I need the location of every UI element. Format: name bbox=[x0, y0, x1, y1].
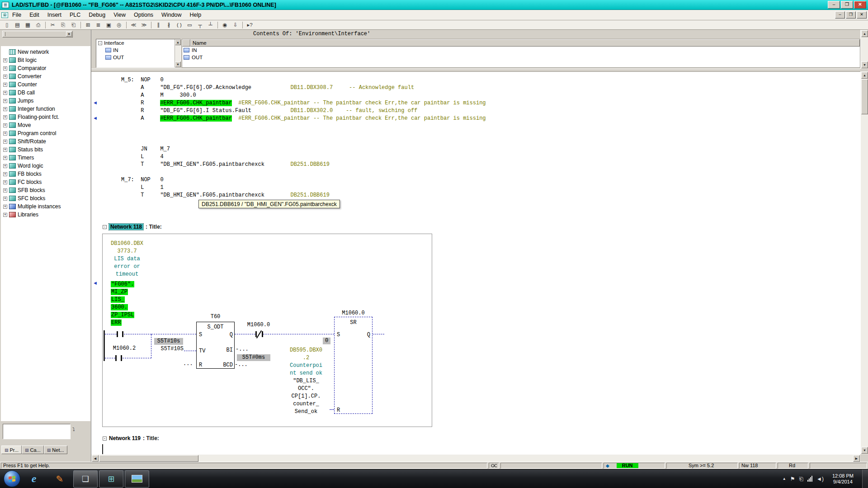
minimize-button[interactable]: – bbox=[828, 1, 840, 9]
expand-icon[interactable]: + bbox=[3, 180, 7, 184]
view-fbd-icon[interactable]: ▣ bbox=[104, 21, 113, 29]
stl-line[interactable]: L 4 bbox=[121, 153, 486, 161]
network-119-header[interactable]: - Network 119 : Title: bbox=[103, 435, 159, 441]
expand-icon[interactable]: + bbox=[3, 156, 7, 160]
sidebar-item-libraries[interactable]: + Libraries bbox=[1, 211, 90, 219]
drag-grip[interactable] bbox=[4, 32, 5, 36]
child-window-icon[interactable]: ⊞ bbox=[1, 12, 8, 18]
zoom-icon[interactable]: ◎ bbox=[114, 21, 124, 29]
sidebar-item-comparator[interactable]: + Comparator bbox=[1, 64, 90, 72]
menu-help[interactable]: Help bbox=[186, 10, 206, 19]
menu-edit[interactable]: Edit bbox=[25, 10, 43, 19]
highlighted-symbol-line[interactable]: ERR bbox=[111, 319, 122, 326]
bcd-parameter[interactable]: -... bbox=[235, 361, 248, 368]
scroll-up-icon[interactable]: ▲ bbox=[861, 72, 868, 79]
expand-icon[interactable]: + bbox=[3, 131, 7, 136]
menu-insert[interactable]: Insert bbox=[43, 10, 66, 19]
menu-debug[interactable]: Debug bbox=[85, 10, 109, 19]
download-icon[interactable]: ⇩ bbox=[231, 21, 240, 29]
collapse-icon[interactable]: - bbox=[98, 41, 102, 45]
code-horizontal-scrollbar[interactable]: ◀ ▶ bbox=[91, 454, 860, 462]
taskbar-ie-button[interactable]: e bbox=[22, 470, 46, 488]
tab-call-structure[interactable]: ▤Ca... bbox=[22, 446, 44, 454]
stl-line[interactable]: A M 300.0 bbox=[121, 92, 486, 99]
sidebar-item-counter[interactable]: + Counter bbox=[1, 80, 90, 89]
scroll-left-icon[interactable]: ◀ bbox=[92, 455, 99, 462]
network-119-title[interactable]: Network 119 bbox=[109, 435, 141, 441]
menu-options[interactable]: Options bbox=[130, 10, 157, 19]
menu-file[interactable]: File bbox=[8, 10, 25, 19]
expand-icon[interactable]: + bbox=[3, 99, 7, 103]
contact-label[interactable]: M1060.2 bbox=[110, 345, 139, 352]
stl-line[interactable]: T "DB_HMI_GEN".FG05.paintbarchexck DB251… bbox=[121, 192, 486, 199]
show-desktop-button[interactable] bbox=[862, 469, 868, 488]
open-icon[interactable]: ▤ bbox=[13, 21, 22, 29]
child-restore-button[interactable]: ❐ bbox=[846, 11, 856, 19]
expand-icon[interactable]: + bbox=[3, 58, 7, 62]
sidebar-item-multiple-instances[interactable]: + Multiple instances bbox=[1, 202, 90, 211]
scroll-right-icon[interactable]: ▶ bbox=[853, 455, 860, 462]
network-title-suffix[interactable]: : Title: bbox=[146, 224, 162, 230]
print-icon[interactable]: ⎙ bbox=[33, 21, 43, 29]
goto-next-icon[interactable]: ≫ bbox=[139, 21, 149, 29]
code-editor[interactable]: M_5: NOP 0 A "DB_FG".FG[6].OP.Acknowledg… bbox=[91, 71, 860, 454]
sidebar-item-status-bits[interactable]: + Status bits bbox=[1, 145, 90, 154]
expand-icon[interactable]: + bbox=[3, 123, 7, 127]
taskbar-clock[interactable]: 12:08 PM 9/4/2014 bbox=[832, 473, 854, 485]
code-vertical-scrollbar[interactable]: ▲ ▼ bbox=[860, 71, 868, 454]
help-arrow-icon[interactable]: ▸? bbox=[245, 21, 255, 29]
new-icon[interactable]: ▯ bbox=[2, 21, 12, 29]
highlighted-operand[interactable]: #ERR_FG06.CHK_paintbar bbox=[160, 100, 231, 106]
save-icon[interactable]: ▦ bbox=[23, 21, 33, 29]
stl-line[interactable]: JN M_7 bbox=[121, 145, 486, 153]
sidebar-item-new-network[interactable]: New network bbox=[1, 48, 90, 56]
sidebar-item-move[interactable]: + Move bbox=[1, 121, 90, 129]
sidebar-item-bit-logic[interactable]: + Bit logic bbox=[1, 56, 90, 64]
title-bar[interactable]: ≣ LAD/STL/FBD - [@FB1060 -- "FB_FG06" --… bbox=[0, 0, 868, 10]
highlighted-symbol-line[interactable]: "FG06". bbox=[111, 281, 134, 287]
stl-line[interactable]: T "DB_HMI_GEN".FG05.paintbarchexck DB251… bbox=[121, 161, 486, 169]
table-row[interactable]: OUT bbox=[182, 54, 860, 61]
collapse-icon[interactable]: - bbox=[103, 225, 107, 229]
sr-name[interactable]: M1060.0 bbox=[334, 310, 373, 316]
taskbar-step7-button[interactable]: ✎ bbox=[47, 470, 72, 488]
bi-parameter[interactable]: -... bbox=[236, 346, 249, 352]
interface-tree-row[interactable]: OUT bbox=[96, 54, 180, 61]
view-stl-icon[interactable]: ≣ bbox=[94, 21, 103, 29]
stl-line[interactable]: R "DB_FG".FG[6].I Status.Fault DB11.DBX3… bbox=[121, 107, 486, 115]
sr-r-operand[interactable]: DB595.DBX0.2 Counterpoint send ok "DB_LI… bbox=[283, 347, 330, 416]
network-status-icon[interactable] bbox=[807, 476, 812, 482]
child-minimize-button[interactable]: – bbox=[835, 11, 845, 19]
monitor-icon[interactable]: ◉ bbox=[220, 21, 230, 29]
interface-tree-scrollbar[interactable]: ▲ ▼ bbox=[175, 39, 180, 67]
tab-networks[interactable]: ▤Net... bbox=[44, 446, 67, 454]
tray-document-icon[interactable]: ⎗ bbox=[799, 476, 803, 482]
contact-no-icon[interactable]: ∥ bbox=[154, 21, 163, 29]
expand-icon[interactable]: + bbox=[3, 83, 7, 87]
expand-icon[interactable]: + bbox=[3, 148, 7, 152]
sidebar-item-sfb-blocks[interactable]: + SFB blocks bbox=[1, 186, 90, 194]
table-row[interactable]: IN bbox=[182, 47, 860, 54]
restore-button[interactable]: ❐ bbox=[841, 1, 853, 9]
taskbar-photo-viewer-button[interactable] bbox=[125, 470, 149, 488]
menu-view[interactable]: View bbox=[109, 10, 130, 19]
taskbar-lad-editor-button[interactable]: ⊞ bbox=[99, 470, 123, 488]
scroll-up-icon[interactable]: ▲ bbox=[175, 39, 181, 45]
child-close-button[interactable]: ✕ bbox=[857, 11, 867, 19]
close-branch-icon[interactable]: ┴ bbox=[206, 21, 215, 29]
collapse-icon[interactable]: - bbox=[103, 436, 107, 441]
expand-icon[interactable]: + bbox=[3, 213, 7, 217]
sidebar-item-db-call[interactable]: + DB call bbox=[1, 89, 90, 97]
expand-icon[interactable]: + bbox=[3, 164, 7, 168]
scroll-thumb[interactable] bbox=[99, 455, 198, 462]
expand-icon[interactable]: + bbox=[3, 91, 7, 95]
stl-line[interactable]: A #ERR_FG06.CHK_paintbar #ERR_FG06.CHK_p… bbox=[121, 115, 486, 122]
expand-icon[interactable]: + bbox=[3, 66, 7, 70]
sidebar-item-shift-rotate[interactable]: + Shift/Rotate bbox=[1, 137, 90, 145]
network-118-title[interactable]: Network 118 bbox=[109, 224, 143, 230]
sidebar-item-jumps[interactable]: + Jumps bbox=[1, 97, 90, 105]
highlighted-symbol-line[interactable]: LIS_ bbox=[111, 296, 125, 303]
scroll-down-icon[interactable]: ▼ bbox=[861, 447, 868, 454]
expand-icon[interactable]: + bbox=[3, 140, 7, 144]
cut-icon[interactable]: ✂ bbox=[48, 21, 57, 29]
